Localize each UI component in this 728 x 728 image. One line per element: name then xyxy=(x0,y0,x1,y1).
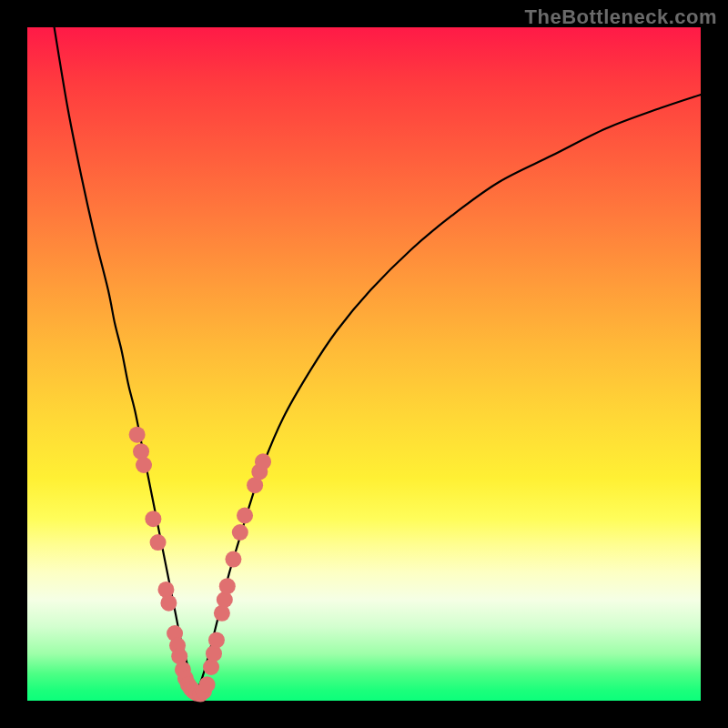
marker-dot xyxy=(208,632,225,648)
marker-dot xyxy=(150,534,167,551)
chart-markers xyxy=(129,427,271,703)
marker-dot xyxy=(255,453,271,470)
marker-dot xyxy=(133,443,149,460)
marker-dot xyxy=(129,427,146,443)
marker-dot xyxy=(219,578,236,594)
watermark-text: TheBottleneck.com xyxy=(525,5,717,29)
marker-dot xyxy=(206,645,222,662)
curve-curve-left xyxy=(55,27,196,694)
chart-curves xyxy=(55,27,701,694)
marker-dot xyxy=(136,457,152,473)
marker-dot xyxy=(203,659,219,675)
marker-dot xyxy=(232,524,248,541)
curve-curve-right xyxy=(196,95,701,694)
marker-dot xyxy=(157,581,174,598)
marker-dot xyxy=(237,508,253,524)
chart-overlay xyxy=(27,27,701,701)
marker-dot xyxy=(217,592,233,608)
marker-dot xyxy=(214,605,230,622)
marker-dot xyxy=(145,511,161,527)
marker-dot xyxy=(160,595,177,612)
marker-dot xyxy=(225,551,241,568)
marker-dot xyxy=(199,676,216,693)
